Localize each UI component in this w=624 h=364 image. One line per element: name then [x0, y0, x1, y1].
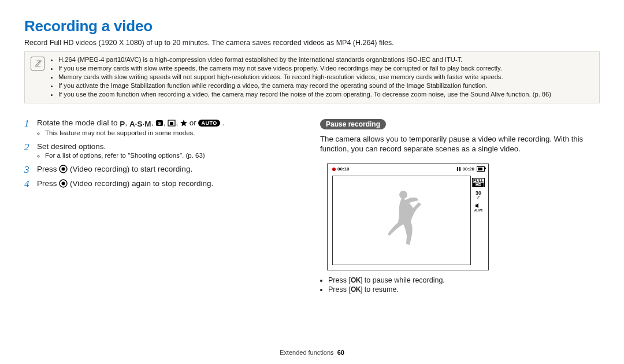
mode-frame-icon [168, 120, 176, 128]
svg-text:S: S [158, 121, 161, 125]
step-1: Rotate the mode dial to P, A·S·M, S , , … [24, 118, 304, 136]
footer-page: 60 [337, 349, 344, 356]
right-column: Pause recording The camera allows you to… [320, 118, 600, 295]
page-footer: Extended functions 60 [0, 349, 624, 356]
step-2-text: Set desired options. [37, 142, 106, 151]
page-title: Recording a video [24, 17, 600, 35]
step-4-text-b: (Video recording) again to stop recordin… [70, 179, 213, 188]
mode-p-icon: P [120, 120, 125, 128]
mode-star-icon [180, 120, 187, 128]
svg-point-4 [62, 167, 65, 170]
info-item: If you activate the Image Stabilization … [58, 81, 551, 90]
step-3: Press (Video recording) to start recordi… [24, 165, 304, 173]
mode-smart-icon: S [155, 120, 164, 128]
info-item: Memory cards with slow writing speeds wi… [58, 73, 551, 81]
screen-top-right: 00:20 [457, 166, 485, 172]
ok-key-icon: OK [351, 276, 361, 284]
step-2: Set desired options. For a list of optio… [24, 142, 304, 159]
step-2-note: For a list of options, refer to "Shootin… [45, 152, 304, 159]
record-icon [59, 179, 70, 188]
info-list: H.264 (MPEG-4 part10/AVC) is a high-comp… [50, 55, 551, 99]
info-item: If you use memory cards with slow write … [58, 64, 551, 73]
fullhd-badge: FULL HD [472, 178, 485, 187]
info-item: If you use the zoom function when record… [58, 90, 551, 99]
pause-action-2: Press [OK] to resume. [328, 285, 600, 294]
step-4-text-a: Press [37, 179, 59, 188]
svg-point-6 [62, 181, 65, 185]
record-icon [59, 165, 70, 173]
svg-point-7 [399, 191, 407, 199]
fps-badge: 30 F [476, 191, 481, 199]
elapsed-time: 00:10 [337, 166, 349, 172]
step-1-text-c: . [222, 118, 225, 127]
left-column: Rotate the mode dial to P, A·S·M, S , , … [24, 118, 304, 295]
pause-actions: Press [OK] to pause while recording. Pre… [320, 276, 600, 294]
step-4: Press (Video recording) again to stop re… [24, 179, 304, 188]
battery-icon [477, 166, 485, 172]
soundalive-icon: ALIVE [474, 203, 483, 212]
mode-asm-icon: A·S·M [129, 120, 151, 128]
footer-section: Extended functions [280, 349, 334, 356]
mode-auto-icon: AUTO [198, 120, 220, 127]
info-item: H.264 (MPEG-4 part10/AVC) is a high-comp… [58, 55, 551, 64]
ok-key-icon: OK [351, 285, 361, 294]
dancer-icon [381, 188, 422, 254]
step-3-text-b: (Video recording) to start recording. [70, 165, 192, 173]
step-1-note: This feature may not be supported in som… [45, 129, 304, 136]
screen-top-left: 00:10 [332, 166, 349, 172]
rec-dot-icon [332, 168, 336, 171]
camera-screen: 00:10 00:20 FULL HD 30 F [327, 164, 489, 270]
info-icon: ℤ [31, 57, 44, 70]
step-1-text-b: or [190, 118, 199, 127]
page-subtitle: Record Full HD videos (1920 X 1080) of u… [24, 39, 600, 47]
info-box: ℤ H.264 (MPEG-4 part10/AVC) is a high-co… [24, 51, 600, 103]
step-3-text-a: Press [37, 165, 59, 173]
pause-description: The camera allows you to temporarily pau… [320, 134, 600, 155]
pause-action-1: Press [OK] to pause while recording. [328, 276, 600, 284]
pause-bars-icon [457, 167, 460, 171]
step-1-text-a: Rotate the mode dial to [37, 118, 120, 127]
remaining-time: 00:20 [463, 166, 474, 172]
pause-recording-header: Pause recording [320, 119, 386, 129]
screen-side-icons: FULL HD 30 F ALIVE [472, 178, 485, 212]
